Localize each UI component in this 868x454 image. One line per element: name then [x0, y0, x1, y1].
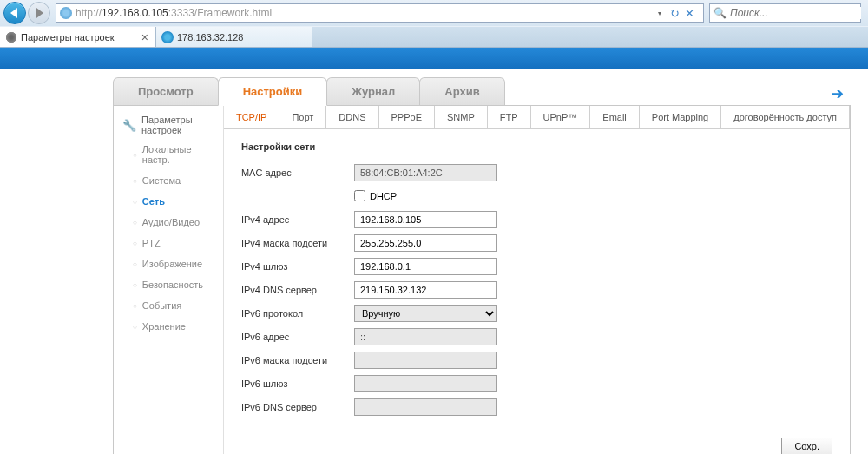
stop-button[interactable]: ✕	[685, 7, 694, 20]
ipv6-gw-label: IPv6 шлюз	[241, 378, 354, 389]
sidebar: 🔧 Параметры настроек Локальные настр. Си…	[114, 106, 224, 454]
ipv6-dns-label: IPv6 DNS сервер	[241, 402, 354, 412]
subtab-snmp[interactable]: SNMP	[435, 106, 488, 128]
browser-chrome: http://192.168.0.105:3333/Framework.html…	[0, 0, 868, 48]
subtab-ftp[interactable]: FTP	[488, 106, 531, 128]
sidebar-item-av[interactable]: Аудио/Видео	[114, 212, 223, 233]
globe-icon	[60, 7, 72, 19]
sidebar-item-storage[interactable]: Хранение	[114, 316, 223, 337]
sidebar-header-label: Параметры настроек	[141, 115, 214, 135]
search-input[interactable]	[730, 7, 861, 19]
save-button[interactable]: Сохр.	[781, 438, 832, 454]
ipv6-addr-label: IPv6 адрес	[241, 332, 354, 342]
ie-icon	[161, 31, 174, 43]
refresh-button[interactable]: ↻	[670, 7, 680, 20]
ipv4-mask-input[interactable]	[354, 234, 497, 252]
header-banner	[0, 48, 868, 69]
sidebar-header: 🔧 Параметры настроек	[114, 111, 223, 139]
search-box[interactable]: 🔍	[709, 3, 861, 23]
arrow-right-icon	[36, 8, 43, 18]
wrench-icon: 🔧	[122, 119, 136, 132]
ipv4-addr-input[interactable]	[354, 211, 497, 228]
browser-tab[interactable]: 178.163.32.128	[156, 27, 312, 47]
arrow-left-icon	[10, 8, 17, 18]
subtab-tcpip[interactable]: TCP/IP	[224, 106, 279, 128]
tab-close-button[interactable]: ×	[140, 30, 150, 44]
url-text: http://192.168.0.105:3333/Framework.html	[76, 7, 654, 19]
content-area: TCP/IP Порт DDNS PPPoE SNMP FTP UPnP™ Em…	[224, 106, 850, 454]
ipv4-gw-input[interactable]	[354, 258, 497, 275]
sidebar-item-ptz[interactable]: PTZ	[114, 233, 223, 253]
gear-icon	[5, 31, 17, 43]
browser-tab-bar: Параметры настроек × 178.163.32.128	[0, 26, 868, 47]
back-button[interactable]	[3, 2, 26, 24]
ipv6-mask-input[interactable]	[354, 352, 497, 369]
browser-tab-title: 178.163.32.128	[177, 32, 306, 43]
subtab-portmap[interactable]: Port Mapping	[640, 106, 721, 128]
subtab-access[interactable]: договорённость доступ	[721, 106, 850, 128]
sidebar-item-system[interactable]: Система	[114, 170, 223, 191]
subtab-upnp[interactable]: UPnP™	[531, 106, 591, 128]
forward-button[interactable]	[28, 2, 50, 24]
sidebar-item-events[interactable]: События	[114, 295, 223, 316]
ipv4-dns-input[interactable]	[354, 281, 497, 299]
ipv4-gw-label: IPv4 шлюз	[241, 261, 354, 272]
tab-settings[interactable]: Настройки	[218, 77, 328, 106]
subtab-pppoe[interactable]: PPPoE	[379, 106, 435, 128]
subtab-port[interactable]: Порт	[279, 106, 326, 128]
ipv4-mask-label: IPv4 маска подсети	[241, 238, 354, 248]
section-title: Настройки сети	[241, 141, 832, 152]
search-icon: 🔍	[713, 7, 727, 19]
tab-log[interactable]: Журнал	[326, 77, 420, 105]
ipv4-dns-label: IPv4 DNS сервер	[241, 285, 354, 295]
export-arrow-icon[interactable]: ➔	[831, 84, 844, 103]
browser-tab-title: Параметры настроек	[21, 32, 136, 43]
sidebar-item-network[interactable]: Сеть	[114, 191, 223, 212]
sidebar-item-image[interactable]: Изображение	[114, 253, 223, 274]
form-area: Настройки сети MAC адрес DHCP IPv4 адрес	[224, 129, 850, 431]
browser-tab[interactable]: Параметры настроек ×	[0, 27, 156, 47]
sidebar-item-local[interactable]: Локальные настр.	[114, 139, 223, 170]
url-dropdown-icon[interactable]: ▾	[654, 10, 665, 17]
nav-bar: http://192.168.0.105:3333/Framework.html…	[0, 0, 868, 26]
ipv6-dns-input[interactable]	[354, 398, 497, 416]
url-bar[interactable]: http://192.168.0.105:3333/Framework.html…	[56, 3, 704, 23]
sidebar-item-security[interactable]: Безопасность	[114, 274, 223, 295]
subtab-email[interactable]: Email	[590, 106, 640, 128]
dhcp-checkbox[interactable]	[354, 190, 365, 201]
settings-panel: 🔧 Параметры настроек Локальные настр. Си…	[113, 105, 851, 454]
ipv4-addr-label: IPv4 адрес	[241, 214, 354, 225]
ipv6-proto-select[interactable]: Вручную	[354, 305, 497, 322]
dhcp-checkbox-label[interactable]: DHCP	[354, 190, 397, 201]
ipv6-mask-label: IPv6 маска подсети	[241, 355, 354, 365]
subtab-ddns[interactable]: DDNS	[326, 106, 378, 128]
main-tabs: Просмотр Настройки Журнал Архив ➔	[113, 77, 851, 105]
ipv6-gw-input[interactable]	[354, 375, 497, 392]
ipv6-addr-input[interactable]	[354, 328, 497, 345]
app-container: Просмотр Настройки Журнал Архив ➔ 🔧 Пара…	[0, 69, 868, 454]
mac-input	[354, 164, 497, 181]
mac-label: MAC адрес	[241, 168, 354, 178]
ipv6-proto-label: IPv6 протокол	[241, 308, 354, 319]
tab-archive[interactable]: Архив	[419, 77, 504, 105]
tab-view[interactable]: Просмотр	[113, 77, 219, 105]
sub-tabs: TCP/IP Порт DDNS PPPoE SNMP FTP UPnP™ Em…	[224, 106, 850, 129]
